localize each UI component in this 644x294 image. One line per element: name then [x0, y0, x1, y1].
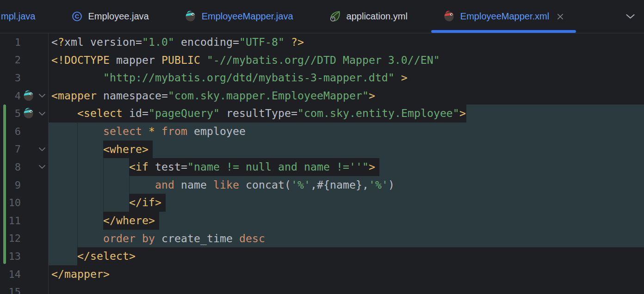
tab-label: application.yml	[347, 11, 408, 22]
code-token: encoding=	[174, 36, 239, 48]
code-line: </mapper>	[49, 265, 644, 283]
close-icon[interactable]	[556, 12, 564, 21]
tab-label: mpl.java	[1, 11, 35, 22]
code-token: </where>	[103, 214, 155, 227]
fold-chevron-icon[interactable]	[36, 147, 48, 152]
editor-gutter: 123456789101112131415	[0, 33, 49, 294]
code-line: <where>	[49, 141, 644, 159]
gutter-row: 12	[0, 230, 48, 248]
code-token	[51, 196, 129, 208]
mybatis-bird-teal-icon	[184, 10, 197, 23]
code-line: "http://mybatis.org/dtd/mybatis-3-mapper…	[49, 69, 644, 87]
code-token: ,#{name},	[310, 179, 369, 191]
code-line: <mapper namespace="com.sky.mapper.Employ…	[49, 87, 644, 105]
code-token: >	[369, 90, 375, 102]
code-token: "1.0"	[142, 36, 174, 48]
code-token	[51, 72, 103, 84]
code-token: >	[459, 107, 466, 119]
code-token: ?>	[291, 36, 304, 48]
line-number: 15	[0, 286, 21, 294]
code-token	[51, 161, 129, 173]
code-token: order by	[103, 233, 155, 245]
fold-chevron-icon[interactable]	[36, 165, 48, 169]
mybatis-bird-red-icon	[443, 10, 455, 23]
gutter-row: 11	[0, 212, 48, 230]
code-line: <?xml version="1.0" encoding="UTF-8" ?>	[49, 33, 644, 51]
sql-fragment-background	[466, 104, 644, 122]
gutter-row: 5	[0, 104, 48, 122]
code-token: and	[155, 179, 174, 191]
line-number: 2	[0, 54, 21, 66]
code-token: employee	[187, 125, 246, 137]
code-token: create_time	[155, 233, 239, 245]
tab-employeemapper-xml[interactable]: EmployeeMapper.xml	[425, 0, 582, 33]
xml-tag-chip: <where>	[103, 141, 153, 159]
code-token	[142, 125, 149, 137]
tab-label: EmployeeMapper.xml	[460, 11, 549, 22]
code-token	[200, 54, 207, 66]
code-token: <	[51, 36, 58, 48]
code-line: order by create_time desc	[49, 230, 644, 248]
code-token: "pageQuery"	[149, 107, 220, 119]
code-token: "name != null and name !=''"	[187, 161, 369, 173]
gutter-row: 10	[0, 194, 48, 212]
code-token: "com.sky.mapper.EmployeeMapper"	[168, 90, 369, 102]
gutter-row: 14	[0, 265, 48, 283]
code-token: xml version=	[64, 36, 142, 48]
xml-tag-chip: <if test="name != null and name !=''">	[129, 158, 379, 176]
mybatis-bird-icon[interactable]	[21, 107, 36, 120]
gutter-row: 9	[0, 176, 48, 194]
code-token: id=	[123, 107, 149, 119]
code-token: </mapper>	[51, 268, 110, 280]
code-line: and name like concat('%',#{name},'%')	[49, 176, 644, 194]
code-token: '%'	[291, 179, 310, 191]
code-token: >	[369, 161, 375, 173]
code-line: select * from employee	[49, 122, 644, 141]
gutter-row: 3	[0, 69, 48, 87]
xml-tag-chip: </if>	[129, 194, 166, 212]
code-area[interactable]: <?xml version="1.0" encoding="UTF-8" ?><…	[49, 33, 644, 294]
code-line: <select id="pageQuery" resultType="com.s…	[49, 104, 644, 122]
code-token: PUBLIC	[161, 54, 200, 66]
code-token: name	[174, 179, 213, 191]
code-token	[155, 125, 161, 137]
gutter-row: 4	[0, 87, 48, 105]
code-token	[51, 250, 77, 262]
tab-employeemapper-java[interactable]: EmployeeMapper.java	[167, 0, 311, 33]
chevron-down-icon[interactable]	[625, 14, 635, 19]
tab-mpl-java[interactable]: mpl.java	[0, 0, 54, 33]
gutter-row: 7	[0, 141, 48, 159]
tab-bar-extra	[625, 0, 644, 33]
code-token: desc	[239, 233, 265, 245]
code-token: <mapper	[51, 90, 97, 102]
code-token: select	[103, 125, 142, 137]
fold-chevron-icon[interactable]	[36, 111, 48, 116]
line-number: 3	[0, 72, 21, 84]
code-token: like	[213, 179, 239, 191]
code-token: namespace=	[97, 90, 168, 102]
change-marker-bar	[3, 104, 6, 263]
class-icon: C	[71, 11, 83, 22]
code-line: <!DOCTYPE mapper PUBLIC "-//mybatis.org/…	[49, 51, 644, 69]
code-token: </if>	[129, 196, 161, 208]
tab-label: Employee.java	[88, 11, 149, 22]
tab-employee-java[interactable]: CEmployee.java	[54, 0, 166, 33]
code-token: </select>	[77, 250, 136, 262]
code-token	[285, 36, 291, 48]
gutter-row: 13	[0, 247, 48, 265]
tab-list: mpl.javaCEmployee.javaEmployeeMapper.jav…	[0, 0, 582, 33]
code-token: test=	[149, 161, 187, 173]
mybatis-bird-icon[interactable]	[21, 90, 36, 102]
gutter-row: 15	[0, 283, 48, 294]
tab-application-yml[interactable]: application.yml	[311, 0, 425, 33]
code-line: </select>	[49, 247, 644, 265]
fold-chevron-icon[interactable]	[36, 93, 48, 98]
code-token: <select	[77, 107, 123, 119]
code-token: "com.sky.entity.Employee"	[297, 107, 459, 119]
code-token: *	[149, 125, 155, 137]
editor-tab-bar: mpl.javaCEmployee.javaEmployeeMapper.jav…	[0, 0, 644, 33]
code-token: "UTF-8"	[239, 36, 285, 48]
gutter-row: 6	[0, 122, 48, 141]
active-tab-underline	[431, 30, 576, 33]
code-token	[51, 233, 103, 245]
